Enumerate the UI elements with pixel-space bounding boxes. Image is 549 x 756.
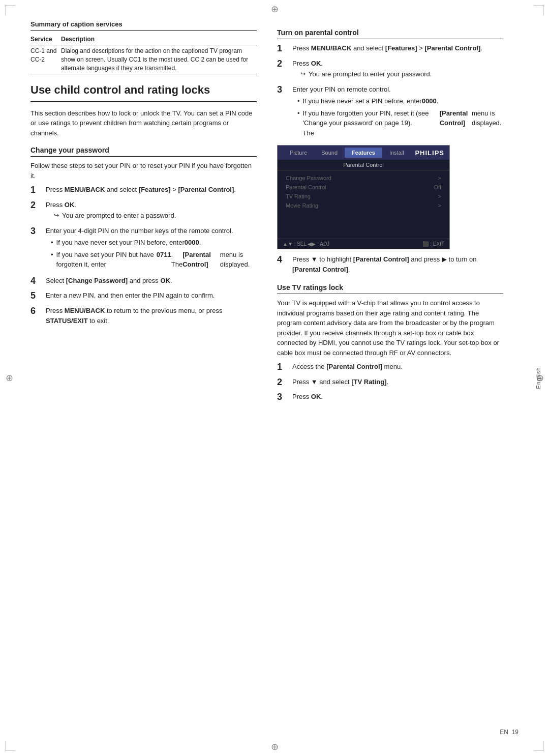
pc-step-2-num: 2 (277, 59, 289, 70)
left-column: Summary of caption services Service Desc… (30, 20, 257, 714)
tv-menu-movie-rating-value: > (438, 202, 441, 209)
pc-step-3-bullets: If you have never set a PIN before, ente… (292, 96, 503, 138)
pc-step-1-num: 1 (277, 43, 289, 54)
philips-logo: PHILIPS (415, 149, 444, 157)
pc-step-4-num: 4 (277, 254, 289, 266)
pc-step-3-bullet-2: If you have forgotten your PIN, reset it… (292, 108, 503, 138)
step-2-content: Press OK. ↪ You are prompted to enter a … (46, 200, 257, 222)
step-4-num: 4 (30, 276, 43, 287)
tvr-step-1-num: 1 (277, 362, 289, 373)
parental-control-title: Turn on parental control (277, 28, 503, 39)
pc-step-1: 1 Press MENU/BACK and select [Features] … (277, 43, 503, 54)
parental-control-steps: 1 Press MENU/BACK and select [Features] … (277, 43, 503, 140)
tv-menu-tv-rating-label: TV Rating (286, 193, 311, 199)
step-2-text: Press OK. (46, 200, 257, 210)
caption-service-1: CC-1 andCC-2 (30, 45, 61, 74)
tvr-step-1-content: Access the [Parental Control] menu. (292, 362, 503, 373)
step-5-num: 5 (30, 290, 43, 302)
step-4-content: Select [Change Password] and press OK. (46, 276, 257, 287)
step-1-num: 1 (30, 185, 43, 196)
pc-step-4: 4 Press ▼ to highlight [Parental Control… (277, 254, 503, 275)
right-column: Turn on parental control 1 Press MENU/BA… (277, 20, 503, 714)
tvr-step-2-num: 2 (277, 377, 289, 388)
footer-language: EN (500, 729, 508, 736)
change-password-intro: Follow these steps to set your PIN or to… (30, 161, 257, 181)
tv-submenu-title: Parental Control (278, 160, 449, 170)
tv-footer: ▲▼ : SEL ◀▶ : ADJ ⬛ : EXIT (278, 239, 449, 249)
step-4: 4 Select [Change Password] and press OK. (30, 276, 257, 287)
step-3-bullet-2: If you have set your PIN but have forgot… (46, 250, 257, 270)
pc-step-2: 2 Press OK. ↪ You are prompted to enter … (277, 59, 503, 80)
caption-table: Service Description CC-1 andCC-2 Dialog … (30, 35, 257, 74)
step-3-num: 3 (30, 226, 43, 237)
caption-section: Summary of caption services Service Desc… (30, 20, 257, 74)
tv-menu-change-password-value: > (438, 175, 441, 181)
step-5: 5 Enter a new PIN, and then enter the PI… (30, 290, 257, 302)
step-4-text: Select [Change Password] and press OK. (46, 276, 257, 286)
tvr-step-1-text: Access the [Parental Control] menu. (292, 362, 503, 372)
caption-col-description: Description (61, 35, 257, 45)
pc-step-3-bullet-1: If you have never set a PIN before, ente… (292, 96, 503, 106)
step-6-text: Press MENU/BACK to return to the previou… (46, 306, 257, 326)
caption-description-1: Dialog and descriptions for the action o… (61, 45, 257, 74)
step-3-bullet-1: If you have never set your PIN before, e… (46, 238, 257, 248)
tvr-step-3: 3 Press OK. (277, 392, 503, 403)
tv-tab-features: Features (345, 148, 382, 158)
pc-step-3-content: Enter your PIN on remote control. If you… (292, 84, 503, 140)
step-2: 2 Press OK. ↪ You are prompted to enter … (30, 200, 257, 222)
tv-footer-left: ▲▼ : SEL ◀▶ : ADJ (283, 241, 329, 247)
step-2-arrow: ↪ You are prompted to enter a password. (54, 211, 257, 221)
tv-header: Picture Sound Features Install PHILIPS (278, 146, 449, 160)
tv-menu-parental-control-value: Off (434, 184, 441, 190)
page-footer: EN 19 (30, 724, 518, 736)
pc-step-4-content: Press ▼ to highlight [Parental Control] … (292, 254, 503, 275)
main-section-intro: This section describes how to lock or un… (30, 108, 257, 138)
caption-row-1: CC-1 andCC-2 Dialog and descriptions for… (30, 45, 257, 74)
tv-menu-change-password-label: Change Password (286, 175, 331, 181)
pc-step-3-num: 3 (277, 84, 289, 96)
tvr-step-3-text: Press OK. (292, 392, 503, 402)
arrow-symbol: ↪ (54, 211, 59, 220)
step-5-content: Enter a new PIN, and then enter the PIN … (46, 290, 257, 302)
tvr-step-3-content: Press OK. (292, 392, 503, 403)
pc-step-1-content: Press MENU/BACK and select [Features] > … (292, 43, 503, 54)
tv-ui-mockup: Picture Sound Features Install PHILIPS P… (277, 145, 450, 249)
step-3: 3 Enter your 4-digit PIN on the number k… (30, 226, 257, 272)
pc-step-4-list: 4 Press ▼ to highlight [Parental Control… (277, 254, 503, 275)
tv-tabs: Picture Sound Features Install (283, 148, 411, 158)
pc-step-2-text: Press OK. (292, 59, 503, 69)
tvr-step-2-content: Press ▼ and select [TV Rating]. (292, 377, 503, 388)
tv-tab-sound: Sound (314, 148, 345, 158)
step-3-text: Enter your 4-digit PIN on the number key… (46, 226, 257, 236)
tvr-step-1: 1 Access the [Parental Control] menu. (277, 362, 503, 373)
pc-step-4-text: Press ▼ to highlight [Parental Control] … (292, 254, 503, 274)
step-6-num: 6 (30, 306, 43, 317)
pc-step-3: 3 Enter your PIN on remote control. If y… (277, 84, 503, 140)
step-1-content: Press MENU/BACK and select [Features] > … (46, 185, 257, 196)
tv-menu-change-password: Change Password > (286, 173, 441, 183)
step-3-content: Enter your 4-digit PIN on the number key… (46, 226, 257, 272)
pc-step-2-arrow: ↪ You are prompted to enter your passwor… (300, 69, 503, 79)
step-1-text: Press MENU/BACK and select [Features] > … (46, 185, 257, 195)
tv-menu-movie-rating-label: Movie Rating (286, 202, 318, 209)
step-6: 6 Press MENU/BACK to return to the previ… (30, 306, 257, 327)
tvr-step-2: 2 Press ▼ and select [TV Rating]. (277, 377, 503, 388)
tv-tab-picture: Picture (283, 148, 314, 158)
change-password-title: Change your password (30, 146, 257, 157)
pc-step-2-arrow-text: You are prompted to enter your password. (309, 69, 432, 79)
tvr-step-2-text: Press ▼ and select [TV Rating]. (292, 377, 503, 387)
step-2-num: 2 (30, 200, 43, 211)
pc-step-2-content: Press OK. ↪ You are prompted to enter yo… (292, 59, 503, 80)
step-1: 1 Press MENU/BACK and select [Features] … (30, 185, 257, 196)
tv-ratings-title: Use TV ratings lock (277, 283, 503, 294)
footer-page-number: 19 (512, 729, 518, 736)
tv-menu-tv-rating: TV Rating > (286, 192, 441, 201)
tv-tab-install: Install (382, 148, 411, 158)
caption-col-service: Service (30, 35, 61, 45)
tvr-step-3-num: 3 (277, 392, 289, 403)
tv-menu-movie-rating: Movie Rating > (286, 201, 441, 210)
main-content: Summary of caption services Service Desc… (30, 20, 518, 714)
pc-arrow-symbol: ↪ (300, 69, 306, 78)
tv-menu-items: Change Password > Parental Control Off T… (278, 170, 449, 213)
pc-step-1-text: Press MENU/BACK and select [Features] > … (292, 43, 503, 53)
